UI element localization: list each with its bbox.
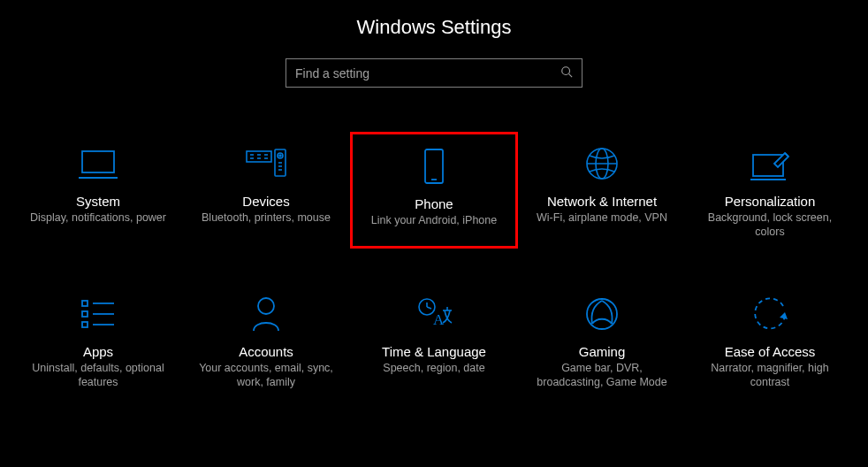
tile-system[interactable]: System Display, notifications, power xyxy=(14,132,182,249)
tile-personalization[interactable]: Personalization Background, lock screen,… xyxy=(686,132,854,249)
search-wrap xyxy=(0,58,868,88)
personalization-icon xyxy=(750,139,790,188)
tile-apps[interactable]: Apps Uninstall, defaults, optional featu… xyxy=(14,282,182,399)
tile-accounts[interactable]: Accounts Your accounts, email, sync, wor… xyxy=(182,282,350,399)
accounts-icon xyxy=(250,289,282,339)
tile-ease-of-access[interactable]: Ease of Access Narrator, magnifier, high… xyxy=(686,282,854,399)
page-header: Windows Settings xyxy=(0,0,868,58)
tile-time-language[interactable]: A Time & Language Speech, region, date xyxy=(350,282,518,399)
page-title: Windows Settings xyxy=(0,16,868,39)
time-language-icon: A xyxy=(415,289,453,339)
svg-text:A: A xyxy=(433,311,445,328)
svg-rect-29 xyxy=(82,322,88,327)
svg-rect-27 xyxy=(82,311,88,317)
tile-title: Apps xyxy=(83,344,113,359)
tile-devices[interactable]: Devices Bluetooth, printers, mouse xyxy=(182,132,350,249)
tile-phone[interactable]: Phone Link your Android, iPhone xyxy=(350,132,518,249)
svg-point-13 xyxy=(279,155,281,157)
svg-marker-39 xyxy=(780,312,788,319)
system-icon xyxy=(79,139,118,188)
svg-rect-2 xyxy=(82,151,114,172)
ease-of-access-icon xyxy=(752,289,788,339)
tile-title: Phone xyxy=(415,196,453,211)
tile-desc: Narrator, magnifier, high contrast xyxy=(691,361,849,390)
tile-title: Personalization xyxy=(725,194,816,209)
gaming-icon xyxy=(584,289,620,339)
tile-desc: Your accounts, email, sync, work, family xyxy=(187,361,345,390)
apps-icon xyxy=(80,289,116,339)
devices-icon xyxy=(245,139,287,188)
tile-desc: Wi-Fi, airplane mode, VPN xyxy=(533,211,671,225)
tile-title: Network & Internet xyxy=(547,194,657,209)
tile-title: Accounts xyxy=(239,344,293,359)
phone-icon xyxy=(423,142,445,191)
svg-line-34 xyxy=(427,307,431,309)
search-input[interactable] xyxy=(295,66,560,80)
globe-icon xyxy=(584,139,620,188)
settings-grid: System Display, notifications, power Dev… xyxy=(0,132,868,398)
svg-rect-17 xyxy=(425,149,443,183)
tile-desc: Uninstall, defaults, optional features xyxy=(19,361,177,390)
search-box[interactable] xyxy=(286,58,582,88)
tile-network[interactable]: Network & Internet Wi-Fi, airplane mode,… xyxy=(518,132,686,249)
svg-point-0 xyxy=(562,67,570,75)
tile-title: Gaming xyxy=(579,344,626,359)
tile-desc: Background, lock screen, colors xyxy=(691,211,849,240)
tile-title: Devices xyxy=(242,194,289,209)
svg-rect-25 xyxy=(82,301,88,306)
tile-title: System xyxy=(76,194,120,209)
search-icon xyxy=(560,65,573,80)
tile-gaming[interactable]: Gaming Game bar, DVR, broadcasting, Game… xyxy=(518,282,686,399)
tile-desc: Link your Android, iPhone xyxy=(368,213,500,227)
tile-title: Ease of Access xyxy=(725,344,816,359)
tile-desc: Game bar, DVR, broadcasting, Game Mode xyxy=(523,361,681,390)
tile-desc: Speech, region, date xyxy=(379,361,488,375)
svg-rect-4 xyxy=(247,151,271,162)
tile-title: Time & Language xyxy=(382,344,486,359)
tile-desc: Bluetooth, printers, mouse xyxy=(198,211,334,225)
svg-line-1 xyxy=(569,74,573,78)
tile-desc: Display, notifications, power xyxy=(27,211,170,225)
svg-point-31 xyxy=(258,298,274,314)
